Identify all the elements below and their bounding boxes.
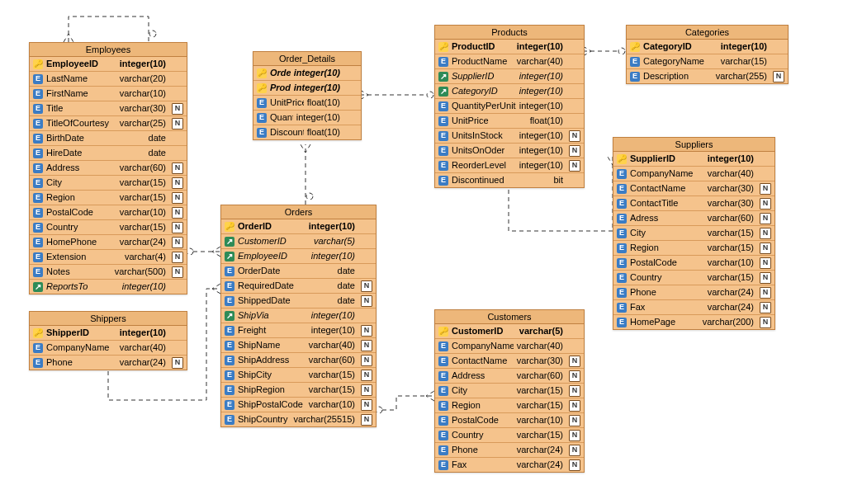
column-type: varchar(5) <box>314 234 355 248</box>
column-row[interactable]: 🔑OrderIDinteger(10)N <box>221 219 376 234</box>
column-row[interactable]: EShipNamevarchar(40)N <box>221 338 376 353</box>
column-row[interactable]: ↗CustomerIDvarchar(5)N <box>221 234 376 249</box>
column-row[interactable]: ETitlevarchar(30)N <box>30 101 187 116</box>
column-name: Phone <box>630 285 704 299</box>
column-row[interactable]: EContactTitlevarchar(30)N <box>613 196 774 211</box>
column-row[interactable]: EFaxvarchar(24)N <box>613 300 774 315</box>
column-row[interactable]: EContactNamevarchar(30)N <box>613 181 774 196</box>
field-icon: E <box>617 169 627 179</box>
column-row[interactable]: EHireDatedateN <box>30 146 187 161</box>
column-row[interactable]: EPostalCodevarchar(10)N <box>435 413 584 428</box>
nullable-badge: N <box>569 160 580 172</box>
column-row[interactable]: EUnitsInStockinteger(10)N <box>435 129 584 144</box>
column-row[interactable]: 🔑CategoryIDinteger(10)N <box>627 40 788 54</box>
field-icon: E <box>33 252 43 262</box>
column-row[interactable]: ECityvarchar(15)N <box>30 176 187 191</box>
nullable-badge: N <box>773 71 784 82</box>
column-type: varchar(20) <box>120 72 166 86</box>
column-row[interactable]: ERegionvarchar(15)N <box>435 398 584 413</box>
pk-icon: 🔑 <box>617 154 627 164</box>
column-row[interactable]: ECityvarchar(15)N <box>613 226 774 241</box>
nullable-badge: N <box>760 183 771 195</box>
column-row[interactable]: EHomePagevarchar(200)N <box>613 315 774 329</box>
column-type: varchar(15) <box>120 176 166 190</box>
column-row[interactable]: EShipPostalCodevarchar(10)N <box>221 398 376 412</box>
entity-orders[interactable]: Orders🔑OrderIDinteger(10)N↗CustomerIDvar… <box>220 205 377 427</box>
column-type: varchar(500) <box>115 265 166 279</box>
column-row[interactable]: 🔑EmployeeIDinteger(10)N <box>30 57 187 72</box>
column-row[interactable]: EReorderLevelinteger(10)N <box>435 158 584 173</box>
column-row[interactable]: EDescriptionvarchar(255)N <box>627 69 788 83</box>
column-row[interactable]: ↗ReportsTointeger(10)N <box>30 280 187 294</box>
column-row[interactable]: EHomePhonevarchar(24)N <box>30 235 187 250</box>
column-row[interactable]: EShipAddressvarchar(60)N <box>221 353 376 368</box>
column-row[interactable]: 🔑ShipperIDinteger(10)N <box>30 326 187 341</box>
column-row[interactable]: ERequiredDatedateN <box>221 279 376 294</box>
entity-customers[interactable]: Customers🔑CustomerIDvarchar(5)NECompanyN… <box>434 309 585 473</box>
column-type: varchar(24) <box>708 300 754 314</box>
column-row[interactable]: EFirstNamevarchar(10)N <box>30 87 187 101</box>
column-row[interactable]: EDiscountfloat(10)N <box>253 125 361 139</box>
column-row[interactable]: 🔑ProductIDinteger(10)N <box>435 40 584 54</box>
column-row[interactable]: EFreightinteger(10)N <box>221 323 376 338</box>
column-row[interactable]: ↗EmployeeIDinteger(10)N <box>221 249 376 264</box>
column-row[interactable]: EShipRegionvarchar(15)N <box>221 383 376 398</box>
column-row[interactable]: ↗SupplierIDinteger(10)N <box>435 69 584 84</box>
column-row[interactable]: EOrderDatedateN <box>221 264 376 279</box>
column-name: ShipAddress <box>238 353 305 367</box>
column-row[interactable]: 🔑SupplierIDinteger(10)N <box>613 152 774 167</box>
column-row[interactable]: EExtensionvarchar(4)N <box>30 250 187 265</box>
column-name: Region <box>630 241 704 255</box>
column-row[interactable]: EContactNamevarchar(30)N <box>435 354 584 369</box>
column-row[interactable]: ERegionvarchar(15)N <box>613 241 774 256</box>
column-row[interactable]: 🔑CustomerIDvarchar(5)N <box>435 324 584 339</box>
entity-employees[interactable]: Employees🔑EmployeeIDinteger(10)NELastNam… <box>29 42 187 294</box>
column-row[interactable]: EPhonevarchar(24)N <box>613 285 774 300</box>
entity-categories[interactable]: Categories🔑CategoryIDinteger(10)NECatego… <box>626 25 789 84</box>
column-row[interactable]: EPostalCodevarchar(10)N <box>613 256 774 271</box>
column-row[interactable]: EUnitPricefloat(10)N <box>253 96 361 111</box>
column-row[interactable]: ECountryvarchar(15)N <box>435 428 584 443</box>
column-row[interactable]: ECountryvarchar(15)N <box>613 271 774 285</box>
column-row[interactable]: ECountryvarchar(15)N <box>30 220 187 235</box>
column-row[interactable]: ECompanyNamevarchar(40)N <box>435 339 584 354</box>
entity-order_details[interactable]: Order_Details🔑OrderIDinteger(10)N🔑Produc… <box>253 51 362 140</box>
column-row[interactable]: ↗CategoryIDinteger(10)N <box>435 84 584 99</box>
column-row[interactable]: ETitleOfCourtesyvarchar(25)N <box>30 116 187 131</box>
column-row[interactable]: EPhonevarchar(24)N <box>435 443 584 458</box>
column-row[interactable]: ERegionvarchar(15)N <box>30 191 187 205</box>
column-row[interactable]: ENotesvarchar(500)N <box>30 265 187 280</box>
column-row[interactable]: EPostalCodevarchar(10)N <box>30 205 187 220</box>
column-row[interactable]: 🔑ProductIDinteger(10)N <box>253 81 361 96</box>
field-icon: E <box>225 296 234 306</box>
column-row[interactable]: 🔑OrderIDinteger(10)N <box>253 66 361 81</box>
column-type: varchar(200) <box>703 315 754 329</box>
column-row[interactable]: EFaxvarchar(24)N <box>435 458 584 472</box>
column-row[interactable]: EShipCityvarchar(15)N <box>221 368 376 383</box>
column-name: CustomerID <box>452 324 516 338</box>
column-row[interactable]: EAddressvarchar(60)N <box>30 161 187 176</box>
column-row[interactable]: EShipCountryvarchar(25515)N <box>221 412 376 426</box>
nullable-badge: N <box>172 207 183 219</box>
column-row[interactable]: EQuantityPerUnitinteger(10)N <box>435 99 584 114</box>
column-row[interactable]: ECategoryNamevarchar(15)N <box>627 54 788 69</box>
column-row[interactable]: ECityvarchar(15)N <box>435 384 584 398</box>
column-row[interactable]: ELastNamevarchar(20)N <box>30 72 187 87</box>
entity-products[interactable]: Products🔑ProductIDinteger(10)NEProductNa… <box>434 25 585 188</box>
column-row[interactable]: EUnitsOnOderinteger(10)N <box>435 144 584 158</box>
entity-shippers[interactable]: Shippers🔑ShipperIDinteger(10)NECompanyNa… <box>29 311 187 370</box>
column-row[interactable]: EQuantityinteger(10)N <box>253 111 361 125</box>
column-row[interactable]: EUnitPricefloat(10)N <box>435 114 584 129</box>
entity-suppliers[interactable]: Suppliers🔑SupplierIDinteger(10)NECompany… <box>613 137 775 330</box>
column-row[interactable]: ECompanyNamevarchar(40)N <box>30 341 187 356</box>
column-row[interactable]: EPhonevarchar(24)N <box>30 356 187 370</box>
column-row[interactable]: ↗ShipViainteger(10)N <box>221 309 376 323</box>
column-row[interactable]: EShippedDatedateN <box>221 294 376 309</box>
column-row[interactable]: EProductNamevarchar(40)N <box>435 54 584 69</box>
column-row[interactable]: EAddressvarchar(60)N <box>435 369 584 384</box>
column-name: ShipCity <box>238 368 305 382</box>
column-row[interactable]: EDiscontinuedbitN <box>435 173 584 187</box>
column-row[interactable]: ECompanyNamevarchar(40)N <box>613 167 774 181</box>
column-row[interactable]: EBirthDatedateN <box>30 131 187 146</box>
column-row[interactable]: EAdressvarchar(60)N <box>613 211 774 226</box>
